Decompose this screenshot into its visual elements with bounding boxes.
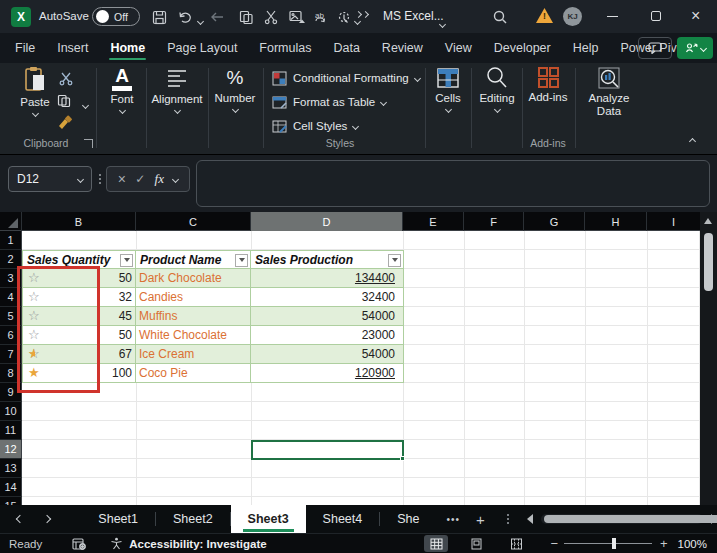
sheet-tab-truncated[interactable]: She — [380, 505, 436, 533]
page-break-view-button[interactable] — [504, 535, 528, 552]
maximize-button[interactable] — [651, 11, 661, 21]
horizontal-scroll-thumb[interactable] — [544, 515, 717, 523]
quick-access-overflow-icon[interactable] — [356, 12, 368, 17]
scroll-up-arrow-icon[interactable] — [704, 218, 712, 224]
new-sheet-button[interactable]: + — [476, 511, 485, 528]
zoom-slider-thumb[interactable] — [612, 538, 616, 549]
filter-button[interactable] — [388, 254, 401, 267]
hscroll-left-arrow-icon[interactable] — [527, 514, 533, 524]
warning-icon[interactable]: ! — [536, 8, 553, 23]
cell-production[interactable]: 54000 — [251, 345, 404, 364]
copy-button[interactable] — [55, 92, 73, 110]
minimize-button[interactable] — [607, 16, 618, 17]
tab-insert[interactable]: Insert — [46, 33, 99, 63]
tab-help[interactable]: Help — [562, 33, 610, 63]
sheet-tab-sheet1[interactable]: Sheet1 — [81, 505, 155, 533]
save-icon[interactable] — [150, 8, 168, 26]
picture-mail-icon[interactable] — [288, 8, 306, 26]
name-box[interactable]: D12 — [8, 166, 92, 192]
normal-view-button[interactable] — [424, 535, 448, 552]
format-as-table-button[interactable]: Format as Table — [272, 91, 386, 113]
clipboard-dialog-launcher[interactable] — [84, 139, 93, 148]
accessibility-icon[interactable] — [110, 537, 123, 550]
row-header-14[interactable]: 14 — [0, 478, 22, 497]
column-header-g[interactable]: G — [524, 212, 585, 231]
cut-button[interactable] — [57, 70, 75, 88]
enter-icon[interactable]: ✓ — [135, 172, 145, 186]
cell-product[interactable]: Coco Pie — [136, 364, 251, 383]
format-as-table-chevron[interactable] — [380, 98, 387, 105]
filter-button[interactable] — [235, 254, 248, 267]
sheet-tab-sheet2[interactable]: Sheet2 — [156, 505, 230, 533]
filter-button[interactable] — [120, 254, 133, 267]
sheet-nav-left-icon[interactable] — [14, 516, 27, 522]
share-button[interactable] — [677, 37, 713, 59]
cell-production[interactable]: 54000 — [251, 307, 404, 326]
cell-styles-button[interactable]: Cell Styles — [272, 115, 358, 137]
row-header-13[interactable]: 13 — [0, 459, 22, 478]
column-header-e[interactable]: E — [403, 212, 464, 231]
cell-product[interactable]: Muffins — [136, 307, 251, 326]
copy-icon[interactable] — [237, 8, 255, 26]
zoom-out-button[interactable]: − — [550, 536, 558, 551]
undo-menu-chevron[interactable] — [191, 12, 209, 30]
fill-handle[interactable] — [400, 456, 405, 461]
alignment-group-button[interactable]: Alignment — [148, 66, 206, 113]
tab-data[interactable]: Data — [322, 33, 370, 63]
editing-menu-chevron[interactable] — [493, 106, 500, 113]
replace-icon[interactable]: ab — [312, 8, 330, 26]
column-header-b[interactable]: B — [22, 212, 136, 231]
comments-button[interactable] — [638, 37, 672, 59]
zoom-in-button[interactable]: + — [660, 536, 668, 551]
tab-file[interactable]: File — [4, 33, 46, 63]
number-group-button[interactable]: % Number — [210, 66, 260, 112]
analyze-data-button[interactable]: Analyze Data — [578, 66, 640, 118]
header-cell-product-name[interactable]: Product Name — [136, 250, 251, 269]
formula-input[interactable] — [196, 160, 710, 207]
tab-view[interactable]: View — [434, 33, 483, 63]
select-all-corner[interactable] — [0, 212, 22, 231]
more-sheets-icon[interactable]: ••• — [446, 514, 460, 525]
search-icon[interactable] — [491, 8, 509, 26]
cell-production[interactable]: 120900 — [251, 364, 404, 383]
conditional-formatting-button[interactable]: Conditional Formatting — [272, 67, 420, 89]
back-arrow-icon[interactable] — [208, 8, 226, 26]
cell-production[interactable]: 134400 — [251, 269, 404, 288]
tab-developer[interactable]: Developer — [483, 33, 562, 63]
conditional-formatting-chevron[interactable] — [414, 74, 421, 81]
autosave-toggle[interactable]: Off — [92, 7, 140, 26]
macro-record-icon[interactable] — [72, 538, 86, 550]
tab-formulas[interactable]: Formulas — [248, 33, 322, 63]
cell-production[interactable]: 23000 — [251, 326, 404, 345]
add-ins-button[interactable]: Add-ins — [524, 66, 572, 104]
cut-icon[interactable] — [262, 8, 280, 26]
tab-page-layout[interactable]: Page Layout — [156, 33, 248, 63]
cell-product[interactable]: White Chocolate — [136, 326, 251, 345]
sheet-nav-right-icon[interactable] — [41, 516, 54, 522]
column-header-h[interactable]: H — [585, 212, 647, 231]
font-menu-chevron[interactable] — [118, 107, 125, 114]
column-header-d[interactable]: D — [251, 212, 403, 231]
sheet-tab-sheet4[interactable]: Sheet4 — [306, 505, 380, 533]
cell-product[interactable]: Ice Cream — [136, 345, 251, 364]
number-menu-chevron[interactable] — [231, 106, 238, 113]
copy-menu-chevron[interactable] — [76, 96, 94, 114]
vertical-scrollbar[interactable] — [700, 212, 717, 505]
cell-product[interactable]: Dark Chocolate — [136, 269, 251, 288]
vertical-scroll-thumb[interactable] — [704, 233, 713, 291]
title-chevron-icon[interactable] — [440, 13, 445, 31]
insert-function-icon[interactable]: fx — [155, 171, 164, 187]
font-group-button[interactable]: A Font — [100, 66, 144, 113]
column-header-c[interactable]: C — [136, 212, 251, 231]
zoom-level[interactable]: 100% — [678, 538, 707, 550]
name-box-chevron[interactable] — [77, 175, 84, 182]
cells-group-button[interactable]: Cells — [426, 66, 470, 112]
column-header-i[interactable]: I — [647, 212, 700, 231]
fx-chevron[interactable] — [172, 175, 179, 182]
paste-menu-chevron[interactable] — [31, 110, 38, 117]
excel-logo-icon[interactable]: X — [11, 7, 31, 27]
sheet-tab-sheet3[interactable]: Sheet3 — [231, 505, 306, 533]
collapse-ribbon-chevron[interactable] — [689, 138, 696, 145]
paste-button[interactable]: Paste — [16, 66, 54, 116]
page-layout-view-button[interactable] — [464, 535, 488, 552]
